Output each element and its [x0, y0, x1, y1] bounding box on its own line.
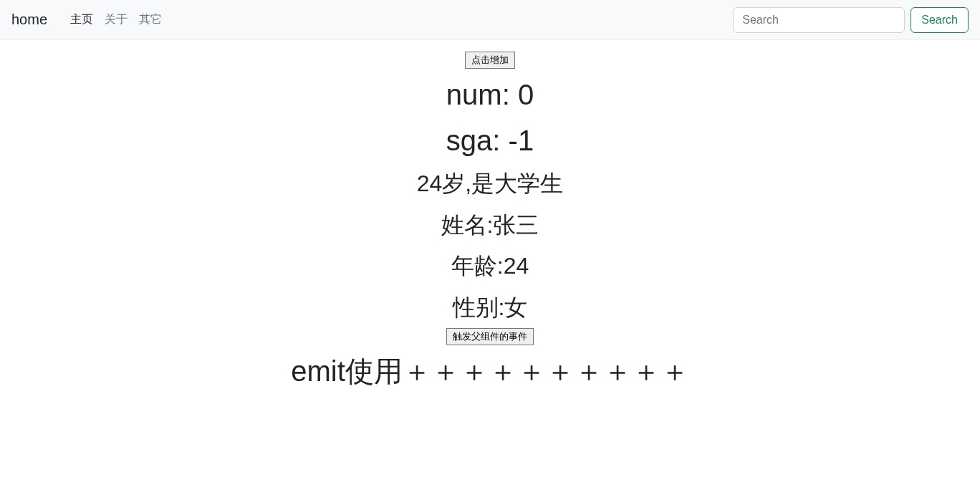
search-input[interactable]	[733, 7, 905, 33]
sga-display: sga: -1	[446, 123, 534, 158]
age-line: 年龄:24	[451, 251, 529, 282]
navbar: home 主页 关于 其它 Search	[0, 0, 980, 40]
increment-button[interactable]: 点击增加	[465, 52, 515, 69]
main-content: 点击增加 num: 0 sga: -1 24岁,是大学生 姓名:张三 年龄:24…	[0, 40, 980, 394]
emit-usage: emit使用＋＋＋＋＋＋＋＋＋＋	[291, 354, 689, 388]
search-button[interactable]: Search	[911, 7, 969, 33]
num-display: num: 0	[446, 77, 534, 112]
nav-links: 主页 关于 其它	[70, 12, 162, 27]
nav-link-home[interactable]: 主页	[70, 12, 93, 27]
emit-button[interactable]: 触发父组件的事件	[446, 328, 534, 345]
navbar-right: Search	[733, 7, 969, 33]
navbar-left: home 主页 关于 其它	[11, 11, 162, 28]
nav-link-other[interactable]: 其它	[139, 12, 162, 27]
name-line: 姓名:张三	[441, 211, 539, 241]
age-description: 24岁,是大学生	[417, 169, 563, 199]
nav-link-about[interactable]: 关于	[105, 12, 128, 27]
gender-line: 性别:女	[453, 293, 528, 323]
navbar-brand[interactable]: home	[11, 11, 59, 28]
